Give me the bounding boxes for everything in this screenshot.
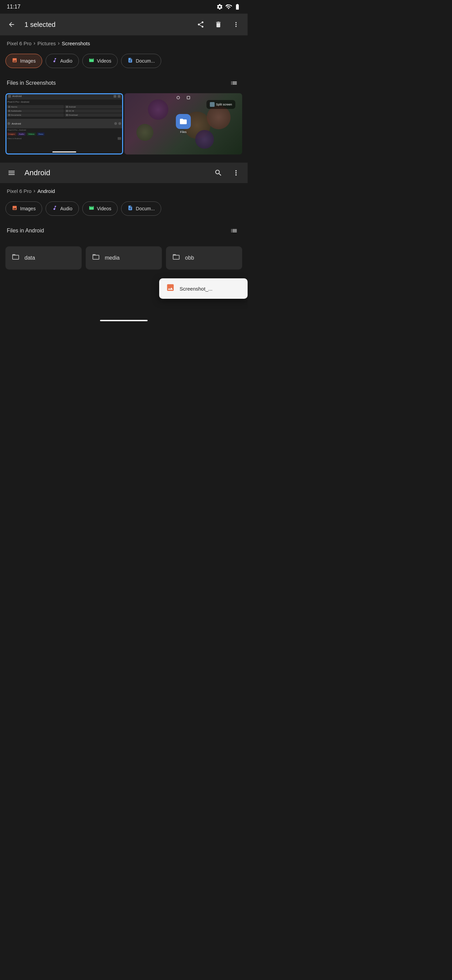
videos-tab-label: Videos <box>97 58 111 64</box>
drawer-breadcrumb-pixel[interactable]: Pixel 6 Pro <box>7 188 32 194</box>
breadcrumb-chevron-2: › <box>58 40 60 46</box>
drawer-breadcrumb: Pixel 6 Pro › Android <box>0 183 247 199</box>
filter-tabs: Images Audio Videos Docum... <box>0 51 247 71</box>
drawer-docs-tab-icon <box>127 205 133 212</box>
split-screen-popup: Split screen <box>206 100 235 109</box>
share-button[interactable] <box>193 17 208 32</box>
drawer-tab-docs[interactable]: Docum... <box>121 202 161 216</box>
drawer-videos-tab-icon <box>89 205 94 212</box>
breadcrumb-chevron-1: › <box>34 40 35 46</box>
drawer-videos-tab-label: Videos <box>97 206 111 211</box>
breadcrumb-pictures[interactable]: Pictures <box>37 40 56 46</box>
drawer-section-title: Files in Android <box>7 228 44 234</box>
drawer-tab-images[interactable]: Images <box>5 202 42 216</box>
battery-icon <box>234 3 241 10</box>
images-tab-icon <box>12 57 17 64</box>
folder-data-icon <box>11 253 20 263</box>
drawer-files-section-header: Files in Android <box>0 218 247 241</box>
images-tab-label: Images <box>20 58 36 64</box>
wifi-icon <box>225 3 232 10</box>
screenshot-1[interactable]: Android Pixel 6 Pro › Android Alarms And… <box>5 93 123 154</box>
section-title: Files in Screenshots <box>7 80 56 86</box>
drawer-images-tab-label: Images <box>20 206 36 211</box>
back-button[interactable] <box>4 17 19 32</box>
folder-grid: data media obb Screenshot_... <box>0 241 247 275</box>
drawer-docs-tab-label: Docum... <box>136 206 155 211</box>
docs-tab-icon <box>127 57 133 64</box>
tab-videos[interactable]: Videos <box>82 54 118 68</box>
breadcrumb-pixel[interactable]: Pixel 6 Pro <box>7 40 32 46</box>
status-time: 11:17 <box>7 4 21 10</box>
folder-data-label: data <box>24 255 35 261</box>
drawer-section: Android Pixel 6 Pro › Android Images Aud… <box>0 163 247 316</box>
status-bar: 11:17 <box>0 0 247 14</box>
split-screen-label: Split screen <box>216 103 232 106</box>
tooltip-image-icon <box>166 283 175 294</box>
drawer-images-tab-icon <box>12 205 17 212</box>
toolbar-title: 1 selected <box>24 21 190 29</box>
drawer-list-view-button[interactable] <box>227 224 241 237</box>
drawer-menu-button[interactable] <box>4 165 19 180</box>
drawer-toolbar: Android <box>0 163 247 183</box>
audio-tab-label: Audio <box>60 58 73 64</box>
audio-tab-icon <box>52 57 57 64</box>
drawer-tab-audio[interactable]: Audio <box>46 202 79 216</box>
tab-docs[interactable]: Docum... <box>121 54 161 68</box>
split-screen-icon <box>210 102 215 107</box>
status-icons <box>216 3 241 10</box>
more-button[interactable] <box>228 17 244 32</box>
screenshots-grid: Android Pixel 6 Pro › Android Alarms And… <box>0 93 247 160</box>
tab-audio[interactable]: Audio <box>46 54 79 68</box>
breadcrumb-screenshots[interactable]: Screenshots <box>62 40 90 46</box>
list-view-button[interactable] <box>227 76 241 90</box>
drawer-audio-tab-label: Audio <box>60 206 73 211</box>
folder-media[interactable]: media <box>86 247 162 269</box>
folder-obb-label: obb <box>185 255 194 261</box>
drawer-audio-tab-icon <box>52 205 57 212</box>
drawer-breadcrumb-chevron: › <box>34 188 35 194</box>
drawer-more-button[interactable] <box>228 165 244 180</box>
tooltip-filename: Screenshot_... <box>179 286 213 292</box>
videos-tab-icon <box>89 57 94 64</box>
docs-tab-label: Docum... <box>136 58 155 64</box>
settings-icon <box>216 3 223 10</box>
folder-media-label: media <box>105 255 120 261</box>
tab-images[interactable]: Images <box>5 54 42 68</box>
breadcrumb: Pixel 6 Pro › Pictures › Screenshots <box>0 35 247 51</box>
home-indicator <box>100 320 147 321</box>
screenshot-2[interactable]: Split screen Files <box>124 93 242 154</box>
drawer-search-button[interactable] <box>211 165 226 180</box>
folder-data[interactable]: data <box>5 247 82 269</box>
drawer-breadcrumb-android[interactable]: Android <box>37 188 55 194</box>
file-tooltip: Screenshot_... <box>159 278 247 299</box>
drawer-tab-videos[interactable]: Videos <box>82 202 118 216</box>
folder-obb-icon <box>172 253 180 263</box>
bottom-nav-area <box>0 316 247 325</box>
top-toolbar: 1 selected <box>0 14 247 35</box>
folder-media-icon <box>92 253 100 263</box>
drawer-title: Android <box>24 169 208 177</box>
delete-button[interactable] <box>211 17 226 32</box>
drawer-filter-tabs: Images Audio Videos Docum... <box>0 199 247 218</box>
files-section-header: Files in Screenshots <box>0 71 247 93</box>
folder-obb[interactable]: obb <box>166 247 242 269</box>
